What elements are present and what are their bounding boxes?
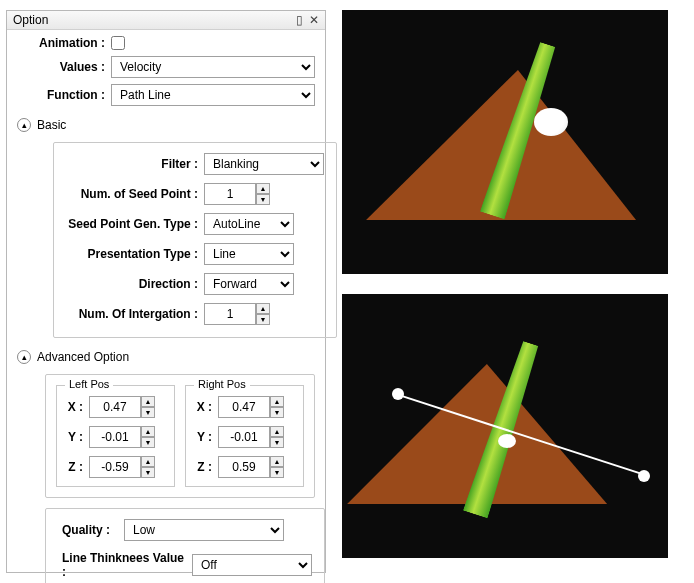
animation-checkbox[interactable] xyxy=(111,36,125,50)
right-z-spinner[interactable]: ▲▼ xyxy=(218,456,284,478)
left-x-spinner[interactable]: ▲▼ xyxy=(89,396,155,418)
y-label: Y : xyxy=(194,430,212,444)
right-pos-legend: Right Pos xyxy=(194,378,250,390)
right-y-input[interactable] xyxy=(218,426,270,448)
pin-icon[interactable]: ▯ xyxy=(296,13,303,27)
thickness-value-label: Line Thinknees Value : xyxy=(58,551,186,579)
presentation-select[interactable]: Line xyxy=(204,243,294,265)
thickness-value-select[interactable]: Off xyxy=(192,554,312,576)
quality-select[interactable]: Low xyxy=(124,519,284,541)
panel-title: Option xyxy=(13,13,48,27)
advanced-heading: Advanced Option xyxy=(37,350,129,364)
spin-down-icon[interactable]: ▼ xyxy=(141,437,155,448)
num-int-input[interactable] xyxy=(204,303,256,325)
num-seed-spinner[interactable]: ▲▼ xyxy=(204,183,270,205)
position-group: Left Pos X : ▲▼ Y : ▲▼ Z : ▲▼ Right Pos … xyxy=(45,374,315,498)
viewport-bottom xyxy=(342,294,668,558)
values-label: Values : xyxy=(17,60,105,74)
right-x-spinner[interactable]: ▲▼ xyxy=(218,396,284,418)
function-label: Function : xyxy=(17,88,105,102)
left-z-input[interactable] xyxy=(89,456,141,478)
spin-up-icon[interactable]: ▲ xyxy=(141,396,155,407)
left-y-spinner[interactable]: ▲▼ xyxy=(89,426,155,448)
left-x-input[interactable] xyxy=(89,396,141,418)
seed-endpoint-left xyxy=(392,388,404,400)
z-label: Z : xyxy=(65,460,83,474)
spin-down-icon[interactable]: ▼ xyxy=(141,407,155,418)
preview-column xyxy=(342,10,684,573)
spin-up-icon[interactable]: ▲ xyxy=(256,303,270,314)
spin-up-icon[interactable]: ▲ xyxy=(270,456,284,467)
z-label: Z : xyxy=(194,460,212,474)
x-label: X : xyxy=(194,400,212,414)
spin-down-icon[interactable]: ▼ xyxy=(141,467,155,478)
spin-down-icon[interactable]: ▼ xyxy=(270,437,284,448)
spin-up-icon[interactable]: ▲ xyxy=(270,426,284,437)
seed-sphere xyxy=(534,108,568,136)
function-select[interactable]: Path Line xyxy=(111,84,315,106)
panel-title-bar: Option ▯ ✕ xyxy=(7,11,325,30)
seed-gen-select[interactable]: AutoLine xyxy=(204,213,294,235)
num-int-spinner[interactable]: ▲▼ xyxy=(204,303,270,325)
y-label: Y : xyxy=(65,430,83,444)
right-pos-group: Right Pos X : ▲▼ Y : ▲▼ Z : ▲▼ xyxy=(185,385,304,487)
spin-down-icon[interactable]: ▼ xyxy=(270,467,284,478)
right-z-input[interactable] xyxy=(218,456,270,478)
left-z-spinner[interactable]: ▲▼ xyxy=(89,456,155,478)
spin-up-icon[interactable]: ▲ xyxy=(141,456,155,467)
direction-label: Direction : xyxy=(66,277,198,291)
filter-label: Filter : xyxy=(66,157,198,171)
quality-group: Quality : Low Line Thinknees Value : Off… xyxy=(45,508,325,583)
seed-endpoint-right xyxy=(638,470,650,482)
values-select[interactable]: Velocity xyxy=(111,56,315,78)
num-seed-label: Num. of Seed Point : xyxy=(66,187,198,201)
animation-label: Animation : xyxy=(17,36,105,50)
num-int-label: Num. Of Intergation : xyxy=(66,307,198,321)
left-y-input[interactable] xyxy=(89,426,141,448)
x-label: X : xyxy=(65,400,83,414)
right-y-spinner[interactable]: ▲▼ xyxy=(218,426,284,448)
spin-up-icon[interactable]: ▲ xyxy=(270,396,284,407)
basic-heading: Basic xyxy=(37,118,66,132)
spin-up-icon[interactable]: ▲ xyxy=(141,426,155,437)
seed-gen-label: Seed Point Gen. Type : xyxy=(66,217,198,231)
collapse-basic-icon[interactable]: ▴ xyxy=(17,118,31,132)
presentation-label: Presentation Type : xyxy=(66,247,198,261)
left-pos-legend: Left Pos xyxy=(65,378,113,390)
collapse-advanced-icon[interactable]: ▴ xyxy=(17,350,31,364)
left-pos-group: Left Pos X : ▲▼ Y : ▲▼ Z : ▲▼ xyxy=(56,385,175,487)
spin-up-icon[interactable]: ▲ xyxy=(256,183,270,194)
spin-down-icon[interactable]: ▼ xyxy=(256,314,270,325)
spin-down-icon[interactable]: ▼ xyxy=(270,407,284,418)
panel-title-icons: ▯ ✕ xyxy=(296,13,319,27)
quality-label: Quality : xyxy=(58,523,110,537)
spin-down-icon[interactable]: ▼ xyxy=(256,194,270,205)
filter-select[interactable]: Blanking xyxy=(204,153,324,175)
basic-group: Filter : Blanking Num. of Seed Point : ▲… xyxy=(53,142,337,338)
viewport-top xyxy=(342,10,668,274)
option-panel: Option ▯ ✕ Animation : Values : Velocity… xyxy=(6,10,326,573)
direction-select[interactable]: Forward xyxy=(204,273,294,295)
close-icon[interactable]: ✕ xyxy=(309,13,319,27)
num-seed-input[interactable] xyxy=(204,183,256,205)
seed-sphere xyxy=(498,434,516,448)
right-x-input[interactable] xyxy=(218,396,270,418)
